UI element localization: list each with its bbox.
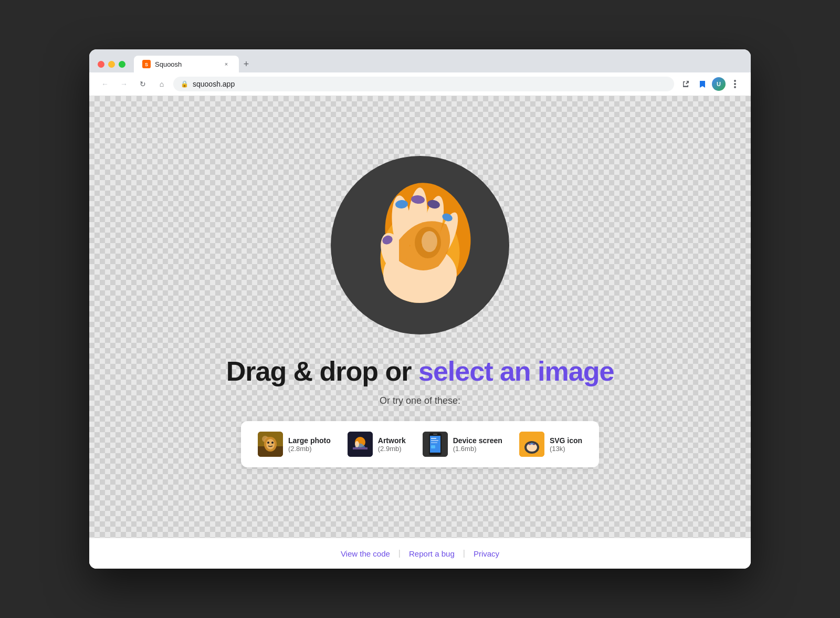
- svg-point-48: [532, 444, 535, 445]
- close-window-button[interactable]: [98, 61, 104, 68]
- svg-icon-size: (13k): [550, 445, 582, 453]
- svg-point-19: [422, 231, 437, 252]
- device-screen-name: Device screen: [453, 436, 502, 445]
- home-button[interactable]: ⌂: [154, 77, 169, 91]
- back-button[interactable]: ←: [98, 77, 112, 91]
- artwork-thumbnail: [348, 432, 373, 457]
- report-bug-link[interactable]: Report a bug: [409, 549, 455, 558]
- sample-artwork[interactable]: Artwork (2.9mb): [343, 430, 410, 459]
- subtitle-text: Or try one of these:: [380, 395, 460, 406]
- tab-close-button[interactable]: ×: [222, 60, 230, 68]
- artwork-name: Artwork: [378, 436, 406, 445]
- maximize-window-button[interactable]: [119, 61, 125, 68]
- svg-rect-35: [433, 434, 437, 435]
- profile-avatar[interactable]: U: [712, 77, 726, 91]
- device-screen-size: (1.6mb): [453, 445, 502, 453]
- large-photo-name: Large photo: [288, 436, 331, 445]
- select-image-link[interactable]: select an image: [418, 356, 614, 386]
- browser-chrome: S Squoosh × + ← → ↻ ⌂ 🔒 squoosh.app: [89, 49, 751, 96]
- new-tab-button[interactable]: +: [239, 57, 254, 71]
- svg-point-25: [266, 439, 275, 449]
- footer: View the code | Report a bug | Privacy: [89, 538, 751, 569]
- lock-icon: 🔒: [181, 80, 188, 88]
- device-screen-info: Device screen (1.6mb): [453, 436, 502, 453]
- svg-point-3: [734, 83, 736, 85]
- address-bar[interactable]: 🔒 squoosh.app: [173, 77, 674, 91]
- svg-icon-name: SVG icon: [550, 436, 582, 445]
- browser-window: S Squoosh × + ← → ↻ ⌂ 🔒 squoosh.app: [89, 49, 751, 569]
- svg-point-4: [734, 86, 736, 88]
- artwork-size: (2.9mb): [378, 445, 406, 453]
- device-screen-thumbnail: [423, 432, 448, 457]
- large-photo-size: (2.8mb): [288, 445, 331, 453]
- footer-separator-2: |: [463, 549, 465, 558]
- bookmark-button[interactable]: [695, 77, 710, 91]
- view-code-link[interactable]: View the code: [341, 549, 390, 558]
- active-tab[interactable]: S Squoosh ×: [134, 56, 239, 72]
- sample-images-container: Large photo (2.8mb): [241, 421, 599, 467]
- reload-button[interactable]: ↻: [135, 77, 150, 91]
- artwork-info: Artwork (2.9mb): [378, 436, 406, 453]
- main-heading: Drag & drop or select an image: [226, 355, 614, 387]
- sample-device-screen[interactable]: Device screen (1.6mb): [418, 430, 507, 459]
- svg-rect-37: [431, 440, 438, 441]
- titlebar: S Squoosh × +: [89, 49, 751, 72]
- browser-content: Drag & drop or select an image Or try on…: [89, 96, 751, 569]
- heading-static-text: Drag & drop or: [226, 356, 418, 386]
- app-logo: [331, 156, 509, 334]
- minimize-window-button[interactable]: [108, 61, 115, 68]
- svg-point-31: [355, 441, 359, 447]
- svg-point-26: [267, 442, 269, 444]
- svg-icon-info: SVG icon (13k): [550, 436, 582, 453]
- tab-title-label: Squoosh: [155, 60, 218, 68]
- sample-large-photo[interactable]: Large photo (2.8mb): [254, 430, 335, 459]
- svg-text:S: S: [145, 62, 148, 67]
- large-photo-thumbnail: [258, 432, 283, 457]
- tab-favicon-icon: S: [142, 60, 151, 68]
- svg-point-2: [734, 80, 736, 82]
- svg-rect-38: [431, 442, 437, 443]
- tab-bar: S Squoosh × +: [134, 56, 742, 72]
- svg-rect-36: [431, 438, 436, 439]
- svg-rect-39: [431, 445, 435, 448]
- sample-svg-icon[interactable]: SVG icon (13k): [515, 430, 586, 459]
- svg-point-27: [271, 442, 274, 444]
- footer-separator-1: |: [398, 549, 401, 558]
- more-options-button[interactable]: [728, 77, 742, 91]
- toolbar-actions: U: [678, 77, 742, 91]
- drop-zone[interactable]: Drag & drop or select an image Or try on…: [89, 96, 751, 538]
- traffic-lights: [98, 61, 125, 68]
- svg-rect-30: [353, 447, 368, 449]
- large-photo-info: Large photo (2.8mb): [288, 436, 331, 453]
- forward-button[interactable]: →: [117, 77, 131, 91]
- browser-toolbar: ← → ↻ ⌂ 🔒 squoosh.app: [89, 72, 751, 96]
- privacy-link[interactable]: Privacy: [474, 549, 499, 558]
- external-link-button[interactable]: [678, 77, 693, 91]
- svg-icon-thumbnail: [519, 432, 544, 457]
- url-display: squoosh.app: [193, 80, 235, 88]
